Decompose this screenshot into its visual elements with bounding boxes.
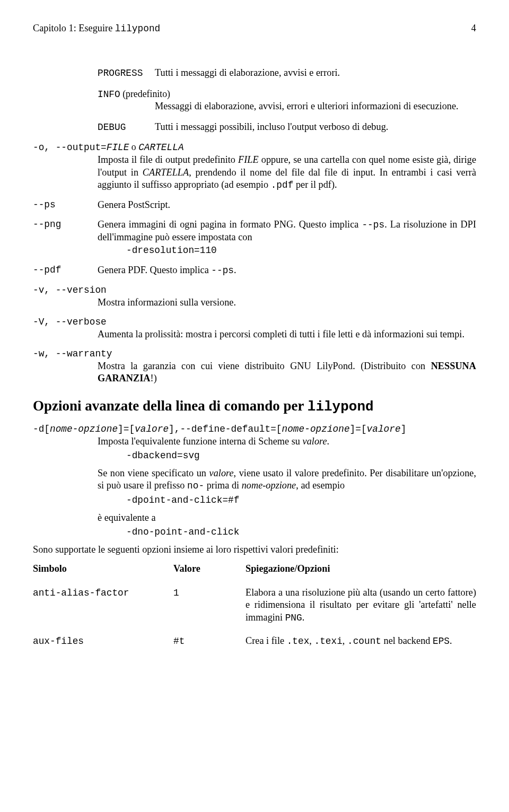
cell-ex: Elabora a una risoluzione più alta (usan… [245,587,476,624]
opt-ps: --ps Genera PostScript. [33,199,476,211]
opt-pdf-body: Genera PDF. Questo implica --ps. [98,264,476,277]
opt-verbose-body: Aumenta la prolissità: mostra i percorsi… [98,328,476,340]
loglevel-info-label: INFO (predefinito) [98,88,476,101]
header-left: Capitolo 1: Eseguire lilypond [33,22,160,35]
page: Capitolo 1: Eseguire lilypond 4 PROGRESS… [0,0,509,812]
loglevel-info-text: Messaggi di elaborazione, avvisi, errori… [155,100,476,112]
opt-png: --png Genera immagini di ogni pagina in … [33,219,476,257]
loglevel-progress: PROGRESS Tutti i messaggi di elaborazion… [98,67,476,80]
define-default-code2: -dpoint-and-click=#f [126,494,476,507]
loglevel-debug: DEBUG Tutti i messaggi possibili, inclus… [98,121,476,134]
opt-ps-term: --ps [33,199,56,211]
cell-val: #t [173,635,245,648]
th-valore: Valore [173,563,245,575]
opt-pdf-term: --pdf [33,264,61,276]
chapter-label: Capitolo 1: Eseguire [33,23,115,33]
loglevel-debug-label: DEBUG [98,121,155,134]
opt-version-term: -v, --version [33,284,476,296]
loglevel-progress-text: Tutti i messaggi di elaborazione, avvisi… [155,67,476,80]
loglevel-block: PROGRESS Tutti i messaggi di elaborazion… [98,67,476,134]
define-default-eq: è equivalente a [98,512,476,524]
opt-pdf: --pdf Genera PDF. Questo implica --ps. [33,264,476,277]
opt-warranty: -w, --warranty Mostra la garanzia con cu… [33,348,476,385]
table-row: anti-alias-factor 1 Elabora a una risolu… [33,587,476,624]
opt-output-term: -o, --output=FILE o CARTELLA [33,141,476,154]
options-intro: Sono supportate le seguenti opzioni insi… [33,544,476,556]
opt-png-body: Genera immagini di ogni pagina in format… [98,219,476,243]
cell-sym: aux-files [33,635,173,648]
opt-define-default: -d[nome-opzione]=[valore],--define-defau… [33,423,476,538]
options-table-head: Simbolo Valore Spiegazione/Opzioni [33,563,476,575]
loglevel-progress-label: PROGRESS [98,67,155,80]
cell-val: 1 [173,587,245,599]
opt-ps-body: Genera PostScript. [98,199,476,211]
opt-output-body: Imposta il file di output predefinito FI… [98,154,476,191]
define-default-code3: -dno-point-and-click [126,526,476,538]
define-default-code1: -dbackend=svg [126,450,476,462]
th-spiegazione: Spiegazione/Opzioni [245,563,476,575]
page-header: Capitolo 1: Eseguire lilypond 4 [33,22,476,35]
options-table: Simbolo Valore Spiegazione/Opzioni anti-… [33,563,476,648]
opt-verbose-term: -V, --verbose [33,316,476,328]
th-simbolo: Simbolo [33,563,173,575]
define-default-line1: Imposta l'equivalente funzione interna d… [98,435,476,448]
opt-version: -v, --version Mostra informazioni sulla … [33,284,476,309]
cell-sym: anti-alias-factor [33,587,173,599]
opt-warranty-body: Mostra la garanzia con cui viene distrib… [98,360,476,385]
opt-output: -o, --output=FILE o CARTELLA Imposta il … [33,141,476,191]
opt-warranty-term: -w, --warranty [33,348,476,360]
opt-define-default-term: -d[nome-opzione]=[valore],--define-defau… [33,423,476,435]
opt-png-code: -dresolution=110 [126,245,476,257]
page-number: 4 [471,22,476,35]
chapter-command: lilypond [115,23,160,34]
opt-verbose: -V, --verbose Aumenta la prolissità: mos… [33,316,476,340]
table-row: aux-files #t Crea i file .tex, .texi, .c… [33,635,476,648]
loglevel-info: INFO (predefinito) Messaggi di elaborazi… [98,88,476,113]
section-heading: Opzioni avanzate della linea di comando … [33,397,476,416]
cell-ex: Crea i file .tex, .texi, .count nel back… [245,635,476,648]
opt-png-term: --png [33,219,61,231]
define-default-para2: Se non viene specificato un valore, vien… [98,467,476,492]
loglevel-debug-text: Tutti i messaggi possibili, incluso l'ou… [155,121,476,134]
opt-version-body: Mostra informazioni sulla versione. [98,296,476,309]
